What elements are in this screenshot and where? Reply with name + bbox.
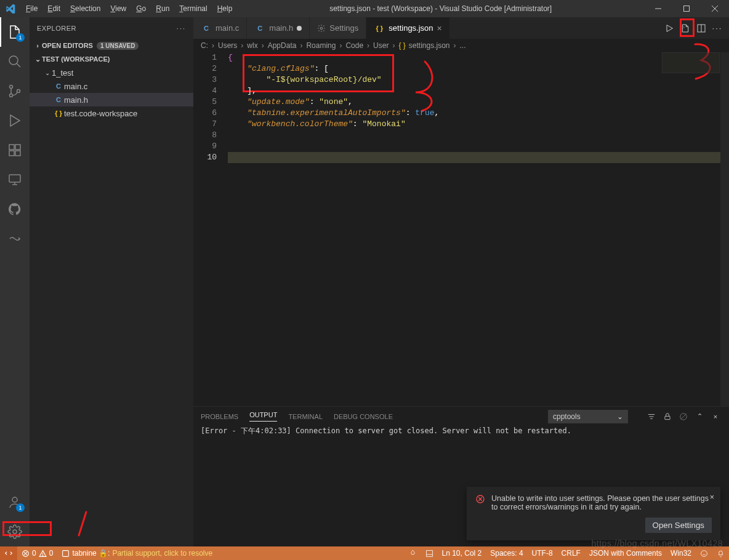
panel-tab-terminal[interactable]: TERMINAL: [288, 413, 323, 420]
panel-tab-debug-console[interactable]: DEBUG CONSOLE: [334, 413, 393, 420]
activity-search[interactable]: [0, 47, 30, 76]
panel-tab-output[interactable]: OUTPUT: [249, 411, 277, 422]
tabnine-status-text: Partial support, click to resolve: [112, 549, 212, 558]
minimap[interactable]: [662, 52, 720, 77]
status-language[interactable]: JSON with Comments: [585, 546, 666, 560]
editor-more-button[interactable]: ···: [711, 22, 724, 35]
menu-run[interactable]: Run: [151, 4, 174, 13]
vertical-scrollbar[interactable]: [720, 52, 729, 406]
activity-source-control[interactable]: [0, 76, 30, 106]
toast-close-button[interactable]: ×: [710, 493, 714, 502]
tab-settings[interactable]: Settings: [310, 17, 366, 39]
tab-main-c[interactable]: C main.c: [193, 17, 247, 39]
activity-ext-icon[interactable]: [0, 224, 30, 254]
status-eol[interactable]: CRLF: [557, 546, 585, 560]
code-editor[interactable]: 12345678910 { "clang.cflags": [ "-I${wor…: [193, 52, 729, 406]
window-minimize[interactable]: [644, 0, 672, 17]
file-label: main.c: [64, 82, 87, 91]
status-errors-warnings[interactable]: 0 0: [17, 546, 57, 560]
tab-main-h[interactable]: C main.h: [247, 17, 310, 39]
open-settings-json-button[interactable]: [679, 22, 692, 35]
menu-edit[interactable]: Edit: [42, 4, 65, 13]
activity-settings-gear[interactable]: [0, 517, 30, 546]
open-editors-label: OPEN EDITORS: [42, 42, 93, 49]
code-content[interactable]: { "clang.cflags": [ "-I${workspaceRoot}/…: [228, 52, 729, 406]
window-maximize[interactable]: [672, 0, 701, 17]
svg-point-4: [9, 56, 18, 65]
explorer-header: EXPLORER ···: [30, 17, 193, 39]
menu-bar: File Edit Selection View Go Run Terminal…: [21, 4, 237, 13]
menu-selection[interactable]: Selection: [65, 4, 105, 13]
c-file-icon: C: [201, 25, 212, 32]
status-os[interactable]: Win32: [666, 546, 696, 560]
panel-tab-problems[interactable]: PROBLEMS: [201, 413, 238, 420]
window-title: settings.json - test (Workspace) - Visua…: [237, 4, 644, 13]
activity-github[interactable]: [0, 194, 30, 224]
filter-icon[interactable]: [645, 410, 658, 423]
file-main-h[interactable]: C main.h: [30, 93, 193, 106]
activity-run-debug[interactable]: [0, 106, 30, 135]
file-main-c[interactable]: C main.c: [30, 79, 193, 93]
activity-explorer[interactable]: 1: [0, 17, 30, 47]
lock-scroll-icon[interactable]: [661, 410, 674, 423]
active-line-highlight: [228, 152, 729, 163]
breadcrumb[interactable]: C:› Users› wlx› AppData› Roaming› Code› …: [193, 39, 729, 52]
tab-label: Settings: [329, 23, 358, 33]
modified-dot-icon: [297, 26, 302, 31]
workspace-section[interactable]: ⌄ TEST (WORKSPACE): [30, 52, 193, 66]
status-bell-icon[interactable]: [712, 546, 729, 560]
panel-close-icon[interactable]: ×: [709, 410, 722, 423]
svg-rect-32: [63, 550, 69, 556]
folder-1-test[interactable]: ⌄ 1_test: [30, 66, 193, 79]
select-value: cpptools: [553, 412, 581, 421]
menu-go[interactable]: Go: [131, 4, 151, 13]
open-settings-button[interactable]: Open Settings: [645, 518, 712, 533]
svg-point-16: [12, 497, 17, 502]
status-line-col[interactable]: Ln 10, Col 2: [438, 546, 486, 560]
run-code-button[interactable]: [663, 22, 676, 35]
breadcrumb-seg[interactable]: Users: [218, 41, 237, 50]
activity-remote-explorer[interactable]: [0, 165, 30, 194]
breadcrumb-file[interactable]: settings.json: [409, 41, 450, 50]
editor-tabs: C main.c C main.h Settings { } settings.…: [193, 17, 729, 39]
tab-settings-json[interactable]: { } settings.json ×: [366, 17, 449, 39]
status-feedback-icon[interactable]: [696, 546, 712, 560]
output-channel-select[interactable]: cpptools ⌄: [548, 410, 628, 423]
status-layout[interactable]: [421, 546, 438, 560]
explorer-title: EXPLORER: [37, 25, 76, 32]
svg-point-7: [10, 94, 13, 97]
close-icon[interactable]: ×: [437, 23, 442, 33]
menu-terminal[interactable]: Terminal: [174, 4, 212, 13]
status-remote[interactable]: [0, 546, 17, 560]
open-editors-section[interactable]: › OPEN EDITORS 1 UNSAVED: [30, 39, 193, 52]
breadcrumb-seg[interactable]: C:: [201, 41, 208, 50]
breadcrumb-seg[interactable]: Code: [345, 41, 363, 50]
explorer-more-icon[interactable]: ···: [177, 25, 186, 32]
breadcrumb-seg[interactable]: AppData: [268, 41, 297, 50]
menu-help[interactable]: Help: [212, 4, 238, 13]
activity-accounts[interactable]: 1: [0, 487, 30, 517]
status-tabnine[interactable]: tabnine 🔒: Partial support, click to res…: [57, 546, 217, 560]
clear-output-icon[interactable]: [677, 410, 690, 423]
breadcrumb-seg[interactable]: wlx: [247, 41, 257, 50]
status-bar: 0 0 tabnine 🔒: Partial support, click to…: [0, 546, 729, 560]
status-encoding[interactable]: UTF-8: [528, 546, 557, 560]
output-line: [Error - 下午4:02:33] Connection to server…: [201, 426, 722, 436]
breadcrumb-seg[interactable]: User: [373, 41, 389, 50]
menu-view[interactable]: View: [105, 4, 131, 13]
c-file-icon: C: [53, 82, 64, 90]
activity-extensions[interactable]: [0, 135, 30, 165]
menu-file[interactable]: File: [21, 4, 42, 13]
window-close[interactable]: [701, 0, 729, 17]
status-spaces[interactable]: Spaces: 4: [486, 546, 527, 560]
split-editor-button[interactable]: [695, 22, 708, 35]
line-gutter: 12345678910: [193, 52, 228, 406]
activity-bar: 1 1: [0, 17, 30, 546]
panel-chevron-up-icon[interactable]: ⌃: [693, 410, 706, 423]
breadcrumb-seg[interactable]: Roaming: [306, 41, 336, 50]
status-prettier[interactable]: [405, 546, 421, 560]
chevron-right-icon: ›: [33, 42, 42, 49]
file-workspace[interactable]: { } test.code-workspace: [30, 106, 193, 120]
breadcrumb-dots[interactable]: ...: [460, 41, 466, 50]
accounts-badge: 1: [16, 503, 25, 512]
